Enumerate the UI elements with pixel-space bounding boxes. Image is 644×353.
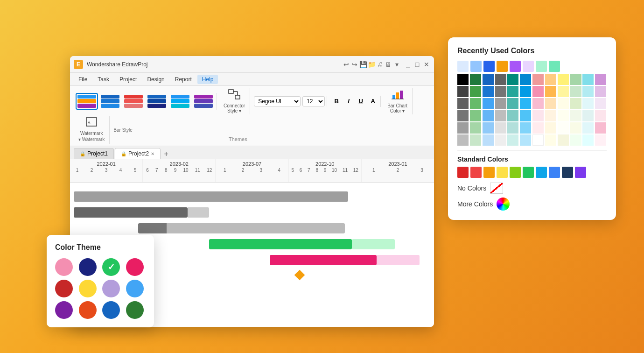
grid-swatch[interactable] xyxy=(532,134,544,146)
color-dot-purple[interactable] xyxy=(55,301,73,319)
grid-swatch[interactable] xyxy=(507,86,518,97)
grid-swatch[interactable] xyxy=(545,98,556,109)
menu-help[interactable]: Help xyxy=(197,75,218,84)
theme-btn-4[interactable] xyxy=(146,93,168,110)
no-colors-row[interactable]: No Colors xyxy=(457,183,607,194)
menu-report[interactable]: Report xyxy=(170,75,196,84)
grid-swatch[interactable] xyxy=(570,134,581,146)
menu-file[interactable]: File xyxy=(74,75,92,84)
grid-swatch[interactable] xyxy=(558,110,569,121)
grid-swatch[interactable] xyxy=(520,98,531,109)
grid-swatch[interactable] xyxy=(457,86,469,97)
theme-btn-5[interactable] xyxy=(169,93,191,110)
menu-project[interactable]: Project xyxy=(115,75,141,84)
grid-swatch[interactable] xyxy=(532,110,544,121)
color-dot-yellow[interactable] xyxy=(79,280,97,297)
grid-swatch[interactable] xyxy=(483,98,494,109)
grid-swatch[interactable] xyxy=(495,122,506,134)
monitor-button[interactable]: 🖥 xyxy=(385,61,392,68)
connector-style-button[interactable]: ConnectorStyle ▾ xyxy=(221,88,248,114)
std-swatch-10[interactable] xyxy=(575,167,586,178)
grid-swatch[interactable] xyxy=(495,86,506,97)
grid-swatch[interactable] xyxy=(582,86,594,97)
color-dot-red[interactable] xyxy=(55,280,73,297)
grid-swatch[interactable] xyxy=(483,110,494,121)
std-swatch-6[interactable] xyxy=(523,167,534,178)
grid-swatch[interactable] xyxy=(520,122,531,134)
color-dot-green-dark[interactable] xyxy=(126,301,144,319)
recent-swatch-6[interactable] xyxy=(523,61,534,72)
grid-swatch[interactable] xyxy=(507,134,518,146)
std-swatch-1[interactable] xyxy=(457,167,469,178)
grid-swatch[interactable] xyxy=(495,110,506,121)
grid-swatch[interactable] xyxy=(520,86,531,97)
grid-swatch[interactable] xyxy=(558,74,569,85)
tab-project1[interactable]: 🔒 Project1 xyxy=(74,148,114,159)
std-swatch-2[interactable] xyxy=(470,167,482,178)
color-dot-pink-light[interactable] xyxy=(55,258,73,276)
font-name-select[interactable]: Segoe UI xyxy=(254,96,301,106)
grid-swatch[interactable] xyxy=(582,74,594,85)
grid-swatch[interactable] xyxy=(520,134,531,146)
dropdown-button[interactable]: ▾ xyxy=(393,61,400,68)
std-swatch-7[interactable] xyxy=(536,167,547,178)
grid-swatch[interactable] xyxy=(457,98,469,109)
grid-swatch[interactable] xyxy=(457,110,469,121)
grid-swatch[interactable] xyxy=(483,134,494,146)
grid-swatch[interactable] xyxy=(570,110,581,121)
theme-btn-3[interactable] xyxy=(122,93,145,110)
std-swatch-8[interactable] xyxy=(549,167,560,178)
tab-add-button[interactable]: + xyxy=(161,149,171,159)
grid-swatch[interactable] xyxy=(507,122,518,134)
grid-swatch[interactable] xyxy=(457,122,469,134)
recent-swatch-2[interactable] xyxy=(470,61,482,72)
grid-swatch[interactable] xyxy=(545,134,556,146)
grid-swatch[interactable] xyxy=(520,74,531,85)
tab-close-project2[interactable]: ✕ xyxy=(151,151,154,156)
grid-swatch[interactable] xyxy=(570,86,581,97)
recent-swatch-8[interactable] xyxy=(549,61,560,72)
grid-swatch[interactable] xyxy=(582,134,594,146)
grid-swatch[interactable] xyxy=(532,86,544,97)
recent-swatch-3[interactable] xyxy=(483,61,495,72)
grid-swatch[interactable] xyxy=(470,86,481,97)
recent-swatch-7[interactable] xyxy=(536,61,547,72)
grid-swatch[interactable] xyxy=(558,86,569,97)
bold-button[interactable]: B xyxy=(331,96,342,107)
grid-swatch[interactable] xyxy=(570,74,581,85)
color-dot-navy[interactable] xyxy=(79,258,97,276)
tab-project2[interactable]: 🔒 Project2 ✕ xyxy=(115,148,161,159)
grid-swatch[interactable] xyxy=(495,98,506,109)
grid-swatch[interactable] xyxy=(558,122,569,134)
grid-swatch[interactable] xyxy=(570,122,581,134)
grid-swatch[interactable] xyxy=(582,110,594,121)
color-dot-pink[interactable] xyxy=(126,258,144,276)
close-button[interactable]: ✕ xyxy=(423,61,430,68)
grid-swatch[interactable] xyxy=(483,122,494,134)
grid-swatch[interactable] xyxy=(532,98,544,109)
font-color-button[interactable]: A xyxy=(367,96,378,107)
grid-swatch[interactable] xyxy=(507,98,518,109)
grid-swatch[interactable] xyxy=(595,98,606,109)
bar-chart-color-button[interactable]: Bar ChartColor ▾ xyxy=(385,88,410,114)
grid-swatch[interactable] xyxy=(532,74,544,85)
grid-swatch[interactable] xyxy=(595,134,606,146)
grid-swatch[interactable] xyxy=(507,74,518,85)
redo-button[interactable]: ↪ xyxy=(351,61,358,68)
color-dot-lavender[interactable] xyxy=(102,280,120,297)
grid-swatch[interactable] xyxy=(532,122,544,134)
grid-swatch[interactable] xyxy=(558,134,569,146)
theme-btn-6[interactable] xyxy=(192,93,215,110)
std-swatch-5[interactable] xyxy=(510,167,521,178)
recent-swatch-5[interactable] xyxy=(510,61,521,72)
grid-swatch[interactable] xyxy=(595,110,606,121)
grid-swatch[interactable] xyxy=(495,134,506,146)
std-swatch-3[interactable] xyxy=(483,167,495,178)
theme-btn-1[interactable] xyxy=(76,93,98,110)
grid-swatch[interactable] xyxy=(595,122,606,134)
recent-swatch-1[interactable] xyxy=(457,61,469,72)
std-swatch-4[interactable] xyxy=(497,167,508,178)
grid-swatch[interactable] xyxy=(483,86,494,97)
color-dot-orange[interactable] xyxy=(79,301,97,319)
folder-button[interactable]: 📁 xyxy=(368,61,375,68)
